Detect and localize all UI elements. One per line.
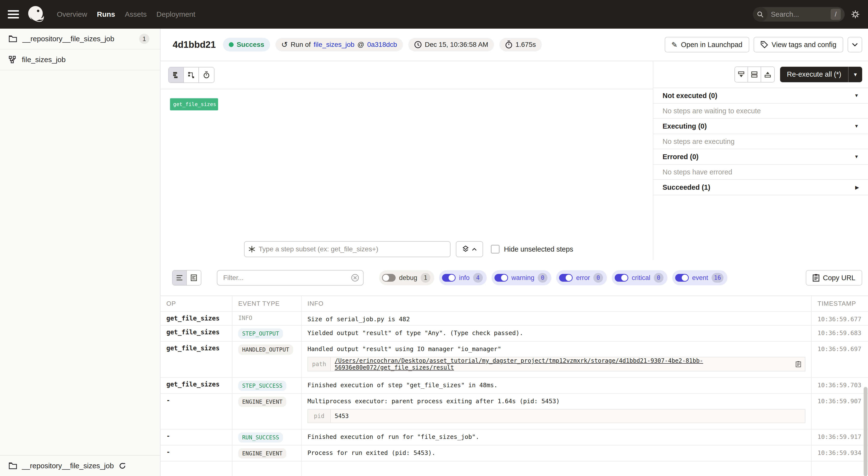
global-search[interactable]: / <box>753 7 845 22</box>
log-timestamp: 10:36:59.917 <box>812 430 868 445</box>
status-badge: Success <box>223 38 270 52</box>
log-row[interactable]: - RUN_SUCCESS Finished execution of run … <box>160 430 868 445</box>
steps-toolbar: Re-execute all (*) ▾ <box>653 61 868 88</box>
run-actions-dropdown-button[interactable] <box>847 37 862 53</box>
view-waterfall-button[interactable] <box>184 67 199 82</box>
log-row[interactable]: - ENGINE_EVENT Multiprocess executor: pa… <box>160 394 868 430</box>
panel-split-button[interactable] <box>748 67 761 82</box>
flat-view-icon <box>173 72 180 78</box>
sidebar-repo-label: __repository__file_sizes_job <box>22 35 114 43</box>
success-dot-icon <box>229 42 234 47</box>
col-event-type: EVENT TYPE <box>232 296 302 311</box>
view-timed-button[interactable] <box>199 67 214 82</box>
group-errored[interactable]: Errored (0) ▼ <box>653 149 868 165</box>
group-executing-empty: No steps are executing <box>653 134 868 149</box>
panel-top-button[interactable] <box>761 67 774 82</box>
log-op: - <box>160 430 232 445</box>
menu-icon[interactable] <box>8 8 19 21</box>
toggle-error[interactable]: error 0 <box>556 270 607 285</box>
group-succeeded[interactable]: Succeeded (1) ▶ <box>653 180 868 195</box>
left-sidebar: __repository__file_sizes_job 1 file_size… <box>0 29 160 476</box>
run-of-tag: ↺ Run of file_sizes_job @ 0a318dcb <box>275 38 403 52</box>
toggle-info[interactable]: info 4 <box>439 270 487 285</box>
nav-item-assets[interactable]: Assets <box>125 10 147 19</box>
log-info: Handled output "result" using IO manager… <box>307 345 811 352</box>
debug-count-badge: 1 <box>421 273 430 283</box>
col-info: INFO <box>302 296 812 311</box>
history-icon: ↺ <box>281 40 288 49</box>
log-timestamp: 10:36:59.703 <box>812 378 868 393</box>
sidebar-footer-label: __repository__file_sizes_job <box>22 462 114 470</box>
group-not-executed[interactable]: Not executed (0) ▼ <box>653 88 868 104</box>
error-count-badge: 0 <box>593 273 603 283</box>
panel-bottom-button[interactable] <box>735 67 748 82</box>
toggle-switch-icon <box>675 274 689 282</box>
job-link[interactable]: file_sizes_job <box>314 41 354 48</box>
nav-item-overview[interactable]: Overview <box>57 10 87 19</box>
col-op: OP <box>160 296 232 311</box>
log-timestamp: 10:36:59.683 <box>812 326 868 341</box>
log-filter-input[interactable] <box>217 270 364 285</box>
group-errored-empty: No steps have errored <box>653 165 868 180</box>
chevron-up-icon <box>472 248 477 251</box>
log-section: debug 1 info 4 warning 0 <box>160 260 868 476</box>
reexecute-all-button[interactable]: Re-execute all (*) ▾ <box>780 67 862 82</box>
log-op: get_file_sizes <box>160 326 232 341</box>
toggle-warning[interactable]: warning 0 <box>492 270 552 285</box>
view-tags-config-button[interactable]: View tags and config <box>754 37 843 53</box>
caret-right-icon: ▶ <box>855 184 859 190</box>
log-op: get_file_sizes <box>160 312 232 325</box>
log-timestamp: 10:36:59.677 <box>812 312 868 325</box>
repo-count-badge: 1 <box>139 34 149 44</box>
log-timestamp: 10:36:59.934 <box>812 445 868 461</box>
gantt-canvas: get_file_sizes Hide <box>160 89 653 260</box>
dagster-logo-icon[interactable] <box>27 5 45 24</box>
stopwatch-view-icon <box>203 71 210 79</box>
group-executing[interactable]: Executing (0) ▼ <box>653 118 868 134</box>
toggle-critical[interactable]: critical 0 <box>612 270 668 285</box>
log-row[interactable]: get_file_sizes HANDLED_OUTPUT Handled ou… <box>160 342 868 378</box>
copy-url-button[interactable]: Copy URL <box>806 270 862 285</box>
clipboard-icon <box>813 274 819 282</box>
reload-icon[interactable] <box>119 462 126 470</box>
hide-unselected-checkbox[interactable] <box>491 245 500 253</box>
clear-filter-icon[interactable] <box>351 274 359 282</box>
pid-value: 5453 <box>335 413 349 419</box>
nav-links: Overview Runs Assets Deployment <box>57 10 195 19</box>
log-op: get_file_sizes <box>160 342 232 377</box>
nav-item-deployment[interactable]: Deployment <box>156 10 195 19</box>
sidebar-item-job[interactable]: file_sizes_job <box>0 49 160 70</box>
log-row[interactable]: get_file_sizes STEP_OUTPUT Yielded outpu… <box>160 326 868 342</box>
search-input[interactable] <box>771 10 824 19</box>
info-count-badge: 4 <box>473 273 483 283</box>
gantt-pane: get_file_sizes Hide <box>160 61 653 260</box>
graph-query-options-button[interactable] <box>456 241 483 257</box>
steps-panel: Re-execute all (*) ▾ Not executed (0) ▼ … <box>653 61 868 260</box>
gantt-step-get-file-sizes[interactable]: get_file_sizes <box>170 98 218 110</box>
copy-path-icon[interactable] <box>796 361 801 368</box>
log-scrollbar[interactable] <box>864 387 868 476</box>
log-structured-view-button[interactable] <box>187 271 201 285</box>
toggle-event[interactable]: event 16 <box>672 270 727 285</box>
reexecute-dropdown-caret[interactable]: ▾ <box>848 67 862 82</box>
log-timestamp: 10:36:59.907 <box>812 394 868 429</box>
log-info: Process for run exited (pid: 5453). <box>302 445 812 461</box>
settings-gear-icon[interactable] <box>850 9 861 20</box>
toggle-debug[interactable]: debug 1 <box>379 270 434 285</box>
view-flat-button[interactable] <box>169 67 184 82</box>
caret-down-icon: ▼ <box>854 93 859 98</box>
sidebar-item-repository[interactable]: __repository__file_sizes_job 1 <box>0 29 160 49</box>
panel-split-icon <box>751 71 758 78</box>
nav-item-runs[interactable]: Runs <box>97 10 115 19</box>
output-path-link[interactable]: /Users/erincochran/Desktop/asset_tutoria… <box>335 358 792 371</box>
open-in-launchpad-button[interactable]: ✎ Open in Launchpad <box>665 37 749 53</box>
event-type-badge: STEP_OUTPUT <box>238 329 283 339</box>
log-list-view-button[interactable] <box>173 271 187 285</box>
log-info: Finished execution of run for "file_size… <box>302 430 812 445</box>
log-row[interactable]: - ENGINE_EVENT Process for run exited (p… <box>160 445 868 462</box>
log-row[interactable]: get_file_sizes INFO Size of serial_job.p… <box>160 312 868 326</box>
gantt-view-toolbar <box>160 61 653 89</box>
commit-link[interactable]: 0a318dcb <box>367 41 397 48</box>
log-row[interactable]: get_file_sizes STEP_SUCCESS Finished exe… <box>160 378 868 394</box>
step-subset-input[interactable] <box>244 241 451 257</box>
